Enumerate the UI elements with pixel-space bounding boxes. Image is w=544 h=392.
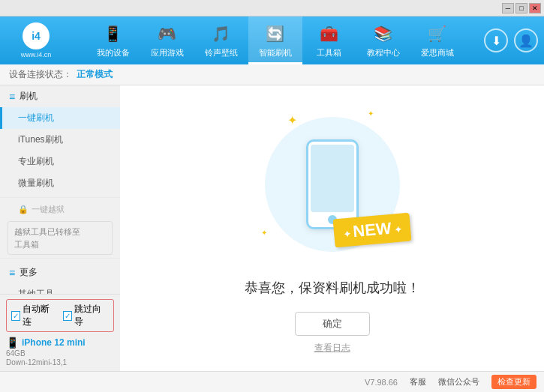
device-model: Down-12mini-13,1 [6,358,114,367]
nav-smart-flash[interactable]: 🔄 智能刷机 [248,16,302,64]
sidebar-other-tools[interactable]: 其他工具 [0,283,120,294]
header-actions: ⬇ 👤 [484,28,538,52]
title-bar: ─ □ ✕ [0,0,544,16]
nav-tutorials[interactable]: 📚 教程中心 [356,16,410,64]
sidebar-bottom: ✓ 自动断连 ✓ 跳过向导 📱 iPhone 12 mini 64GB Down… [0,294,120,371]
nav-tutorials-label: 教程中心 [367,47,400,58]
minimize-button[interactable]: ─ [502,3,514,13]
sidebar-divider-1 [0,197,120,198]
sidebar-more-header: ≡ 更多 [0,262,120,283]
nav-smart-flash-label: 智能刷机 [259,47,292,58]
left-panel: ≡ 刷机 一键刷机 iTunes刷机 专业刷机 微量刷机 🔒 一键越狱 越狱工具… [0,85,120,371]
jailbreak-label: 一键越狱 [32,204,65,215]
user-button[interactable]: 👤 [514,28,538,52]
nav-toolbox[interactable]: 🧰 工具箱 [302,16,356,64]
ringtones-icon: 🎵 [211,23,232,44]
info-line2: 工具箱 [14,238,106,251]
nav-my-device-label: 我的设备 [97,47,130,58]
sparkle-1: ✦ [287,113,297,127]
goto-today-link[interactable]: 查看日志 [314,342,350,355]
confirm-button[interactable]: 确定 [295,312,370,336]
sidebar-data-flash[interactable]: 微量刷机 [0,172,120,194]
flash-section-icon: ≡ [9,91,15,103]
content-area: ✦ ✦ ✦ NEW 恭喜您，保资料刷机成功啦！ 确定 查看日志 [120,85,544,371]
version-label: V7.98.66 [365,378,398,387]
sidebar-pro-flash[interactable]: 专业刷机 [0,151,120,172]
info-line1: 越狱工具已转移至 [14,226,106,238]
toolbox-icon: 🧰 [319,23,340,44]
nav-ringtones-label: 铃声壁纸 [205,47,238,58]
more-section-label: 更多 [20,266,38,279]
nav-bar: 📱 我的设备 🎮 应用游戏 🎵 铃声壁纸 🔄 智能刷机 🧰 工具箱 📚 教程中心… [66,16,484,64]
sidebar: ≡ 刷机 一键刷机 iTunes刷机 专业刷机 微量刷机 🔒 一键越狱 越狱工具… [0,85,120,294]
footer-bar: V7.98.66 客服 微信公众号 检查更新 [0,371,544,392]
close-button[interactable]: ✕ [529,3,541,13]
my-device-icon: 📱 [103,23,124,44]
phone-screen [311,145,354,212]
device-storage: 64GB [6,349,114,358]
auto-flash-label: 自动断连 [23,303,57,328]
logo[interactable]: i4 www.i4.cn [6,22,66,58]
auto-flash-check-icon: ✓ [11,311,20,321]
header: i4 www.i4.cn 📱 我的设备 🎮 应用游戏 🎵 铃声壁纸 🔄 智能刷机… [0,16,544,64]
tutorials-icon: 📚 [373,23,394,44]
nav-my-device[interactable]: 📱 我的设备 [86,16,140,64]
wechat-public-link[interactable]: 微信公众号 [438,376,479,388]
smart-flash-icon: 🔄 [265,23,286,44]
footer-right: V7.98.66 客服 微信公众号 检查更新 [365,375,536,389]
store-icon: 🛒 [427,23,448,44]
lock-icon: 🔒 [18,205,29,214]
device-card: 📱 iPhone 12 mini 64GB Down-12mini-13,1 [6,337,114,367]
nav-apps-games-label: 应用游戏 [151,47,184,58]
jailbreak-info: 越狱工具已转移至 工具箱 [8,221,113,255]
wizard-checkbox[interactable]: ✓ 跳过向导 [63,303,109,328]
new-badge: NEW [333,213,412,248]
nav-ringtones[interactable]: 🎵 铃声壁纸 [194,16,248,64]
flash-section-label: 刷机 [20,90,38,103]
maximize-button[interactable]: □ [515,3,527,13]
nav-toolbox-label: 工具箱 [317,47,341,58]
sidebar-divider-2 [0,258,120,259]
apps-games-icon: 🎮 [157,23,178,44]
device-name: iPhone 12 mini [22,337,86,348]
main-layout: ≡ 刷机 一键刷机 iTunes刷机 专业刷机 微量刷机 🔒 一键越狱 越狱工具… [0,85,544,371]
nav-apps-games[interactable]: 🎮 应用游戏 [140,16,194,64]
customer-service-link[interactable]: 客服 [410,376,426,388]
sidebar-one-click-flash[interactable]: 一键刷机 [0,107,120,129]
device-phone-icon: 📱 [6,337,19,349]
sidebar-flash-header: ≡ 刷机 [0,85,120,107]
window-controls: ─ □ ✕ [502,3,541,13]
sparkle-3: ✦ [261,229,267,237]
more-section-icon: ≡ [9,267,15,279]
logo-icon: i4 [23,22,50,49]
sparkle-2: ✦ [368,109,374,118]
auto-flash-checkbox[interactable]: ✓ 自动断连 [11,303,57,328]
download-button[interactable]: ⬇ [484,28,508,52]
status-label: 设备连接状态： [9,68,72,81]
wizard-label: 跳过向导 [74,303,109,328]
wizard-check-icon: ✓ [63,311,72,321]
nav-store[interactable]: 🛒 爱思商城 [410,16,464,64]
nav-store-label: 爱思商城 [421,47,454,58]
status-bar: 设备连接状态： 正常模式 [0,64,544,85]
status-value: 正常模式 [77,68,113,81]
logo-url: www.i4.cn [21,51,52,58]
hero-illustration: ✦ ✦ ✦ NEW [250,102,415,267]
sidebar-jailbreak: 🔒 一键越狱 [0,201,120,218]
phone-shape [306,139,359,229]
update-button[interactable]: 检查更新 [491,375,536,389]
sidebar-itunes-flash[interactable]: iTunes刷机 [0,129,120,151]
success-title: 恭喜您，保资料刷机成功啦！ [245,279,420,297]
